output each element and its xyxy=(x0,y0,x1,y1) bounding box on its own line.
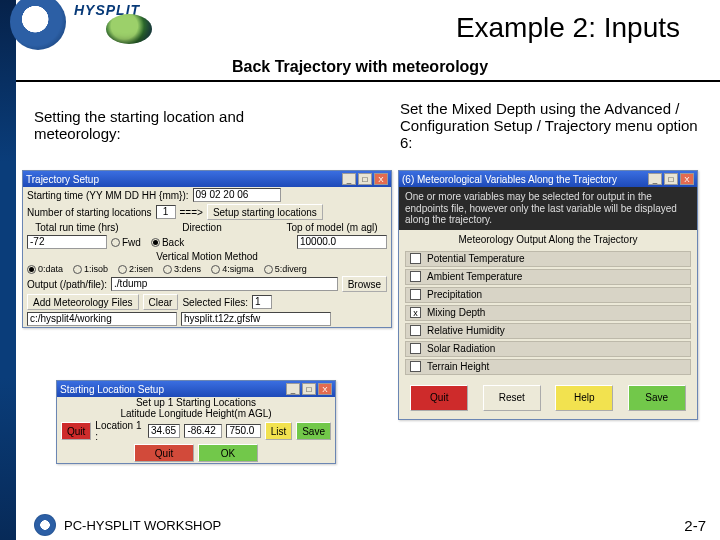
browse-button[interactable]: Browse xyxy=(342,276,387,292)
direction-back-radio[interactable]: Back xyxy=(151,237,184,248)
met-item-ambient-temperature[interactable]: Ambient Temperature xyxy=(405,269,691,285)
noaa-logo-icon xyxy=(10,0,66,50)
page-number: 2-7 xyxy=(684,517,706,534)
header: HYSPLIT Example 2: Inputs xyxy=(16,0,720,58)
noaa-small-icon xyxy=(34,514,56,536)
checkbox-icon[interactable] xyxy=(410,289,421,300)
footer-workshop: PC-HYSPLIT WORKSHOP xyxy=(64,518,221,533)
divider xyxy=(16,80,720,82)
checkbox-icon[interactable] xyxy=(410,253,421,264)
working-dir-input[interactable]: c:/hysplit4/working xyxy=(27,312,177,326)
checkbox-icon[interactable] xyxy=(410,361,421,372)
window-title: Starting Location Setup xyxy=(60,384,284,395)
met-variables-window: (6) Meteorological Variables Along the T… xyxy=(398,170,698,420)
arrow-label: ===> xyxy=(180,207,203,218)
window-title: Trajectory Setup xyxy=(26,174,340,185)
met-file-input[interactable]: hysplit.t12z.gfsfw xyxy=(181,312,331,326)
met-message: One or more variables may be selected fo… xyxy=(399,187,697,230)
met-item-mixing-depth[interactable]: Mixing Depth xyxy=(405,305,691,321)
vmm-1-radio[interactable]: 1:isob xyxy=(73,264,108,274)
num-loc-input[interactable]: 1 xyxy=(156,205,176,219)
met-item-relative-humidity[interactable]: Relative Humidity xyxy=(405,323,691,339)
met-item-solar-radiation[interactable]: Solar Radiation xyxy=(405,341,691,357)
direction-label: Direction xyxy=(131,222,273,233)
loc-columns: Latitude Longitude Height(m AGL) xyxy=(57,408,335,419)
slide-title: Example 2: Inputs xyxy=(456,12,680,44)
minimize-icon[interactable]: _ xyxy=(648,173,662,185)
start-time-input[interactable]: 09 02 20 06 xyxy=(193,188,281,202)
direction-fwd-radio[interactable]: Fwd xyxy=(111,237,141,248)
checkbox-icon[interactable] xyxy=(410,271,421,282)
selected-files-input[interactable]: 1 xyxy=(252,295,272,309)
side-accent xyxy=(0,0,16,540)
start-time-label: Starting time (YY MM DD HH {mm}): xyxy=(27,190,189,201)
close-icon[interactable]: X xyxy=(374,173,388,185)
minimize-icon[interactable]: _ xyxy=(286,383,300,395)
trajectory-setup-window: Trajectory Setup _ □ X Starting time (YY… xyxy=(22,170,392,328)
maximize-icon[interactable]: □ xyxy=(358,173,372,185)
setup-locations-button[interactable]: Setup starting locations xyxy=(207,204,323,220)
selected-files-label: Selected Files: xyxy=(182,297,248,308)
output-label: Output (/path/file): xyxy=(27,279,107,290)
height-input[interactable]: 750.0 xyxy=(226,424,260,438)
vmm-3-radio[interactable]: 3:dens xyxy=(163,264,201,274)
starting-location-window: Starting Location Setup _ □ X Set up 1 S… xyxy=(56,380,336,464)
vmm-2-radio[interactable]: 2:isen xyxy=(118,264,153,274)
titlebar[interactable]: Starting Location Setup _ □ X xyxy=(57,381,335,397)
checkbox-icon[interactable] xyxy=(410,343,421,354)
close-icon[interactable]: X xyxy=(318,383,332,395)
met-item-precipitation[interactable]: Precipitation xyxy=(405,287,691,303)
footer: PC-HYSPLIT WORKSHOP 2-7 xyxy=(0,510,720,540)
save-button[interactable]: Save xyxy=(296,422,331,440)
vmm-4-radio[interactable]: 4:sigma xyxy=(211,264,254,274)
maximize-icon[interactable]: □ xyxy=(664,173,678,185)
titlebar[interactable]: Trajectory Setup _ □ X xyxy=(23,171,391,187)
loc-header: Set up 1 Starting Locations xyxy=(57,397,335,408)
lon-input[interactable]: -86.42 xyxy=(184,424,222,438)
quit2-button[interactable]: Quit xyxy=(134,444,194,462)
checkbox-icon[interactable] xyxy=(410,307,421,318)
runtime-label: Total run time (hrs) xyxy=(27,222,127,233)
output-input[interactable]: ./tdump xyxy=(111,277,338,291)
runtime-input[interactable]: -72 xyxy=(27,235,107,249)
slide-subtitle: Back Trajectory with meteorology xyxy=(0,58,720,76)
top-model-input[interactable]: 10000.0 xyxy=(297,235,387,249)
maximize-icon[interactable]: □ xyxy=(302,383,316,395)
left-caption: Setting the starting location and meteor… xyxy=(34,108,334,142)
quit-button[interactable]: Quit xyxy=(410,385,468,411)
met-item-potential-temperature[interactable]: Potential Temperature xyxy=(405,251,691,267)
list-button[interactable]: List xyxy=(265,422,293,440)
help-button[interactable]: Help xyxy=(555,385,613,411)
save-button[interactable]: Save xyxy=(628,385,686,411)
add-met-files-button[interactable]: Add Meteorology Files xyxy=(27,294,139,310)
close-icon[interactable]: X xyxy=(680,173,694,185)
minimize-icon[interactable]: _ xyxy=(342,173,356,185)
met-item-terrain-height[interactable]: Terrain Height xyxy=(405,359,691,375)
checkbox-icon[interactable] xyxy=(410,325,421,336)
quit-button[interactable]: Quit xyxy=(61,422,91,440)
met-section-label: Meteorology Output Along the Trajectory xyxy=(399,230,697,249)
ok-button[interactable]: OK xyxy=(198,444,258,462)
right-caption: Set the Mixed Depth using the Advanced /… xyxy=(400,100,700,151)
vmm-0-radio[interactable]: 0:data xyxy=(27,264,63,274)
window-title: (6) Meteorological Variables Along the T… xyxy=(402,174,646,185)
titlebar[interactable]: (6) Meteorological Variables Along the T… xyxy=(399,171,697,187)
loc-row-label: Location 1 : xyxy=(95,420,144,442)
num-loc-label: Number of starting locations xyxy=(27,207,152,218)
vmm-label: Vertical Motion Method xyxy=(27,251,387,262)
lat-input[interactable]: 34.65 xyxy=(148,424,180,438)
top-model-label: Top of model (m agl) xyxy=(277,222,387,233)
vmm-5-radio[interactable]: 5:diverg xyxy=(264,264,307,274)
globe-icon xyxy=(106,14,152,44)
clear-button[interactable]: Clear xyxy=(143,294,179,310)
reset-button[interactable]: Reset xyxy=(483,385,541,411)
